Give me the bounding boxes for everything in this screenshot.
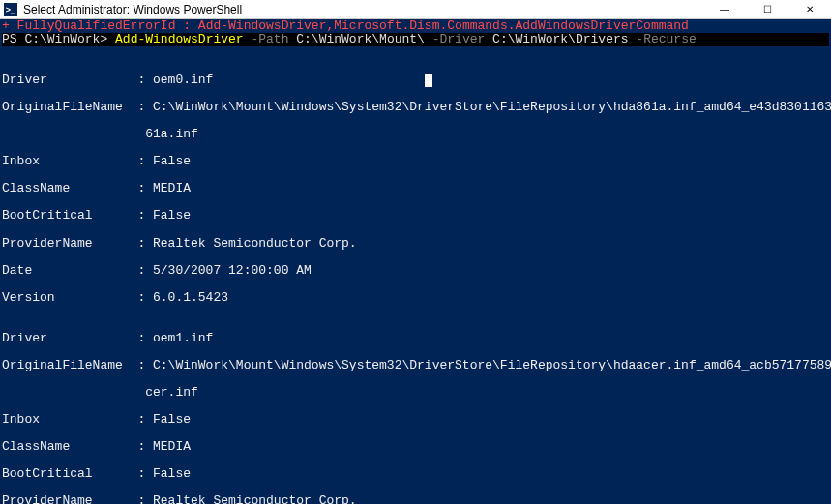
cmdlet-name: Add-WindowsDriver bbox=[115, 32, 244, 46]
field-label: OriginalFileName bbox=[2, 359, 131, 372]
field-separator: : bbox=[131, 100, 153, 114]
driver-record: cer.inf bbox=[2, 386, 829, 400]
field-value: cer.inf bbox=[145, 385, 198, 400]
driver-record: Inbox : False bbox=[2, 155, 829, 168]
field-value: False bbox=[153, 154, 191, 168]
blank-line bbox=[2, 59, 10, 74]
driver-record: Driver : oem0.inf bbox=[2, 74, 829, 87]
blank-line bbox=[2, 45, 10, 60]
field-label: Version bbox=[2, 291, 131, 305]
field-separator: : bbox=[131, 236, 153, 251]
field-label: ProviderName bbox=[2, 237, 131, 251]
field-label: ProviderName bbox=[2, 494, 131, 504]
field-separator: : bbox=[131, 208, 153, 222]
field-label: Driver bbox=[2, 74, 131, 87]
field-value: False bbox=[153, 412, 191, 427]
field-value: 6.0.1.5423 bbox=[153, 290, 228, 305]
field-value: MEDIA bbox=[153, 439, 191, 454]
field-value: C:\WinWork\Mount\Windows\System32\Driver… bbox=[153, 358, 831, 372]
prompt-label: PS C:\WinWork> bbox=[2, 32, 115, 46]
arg-path: C:\WinWork\Mount\ bbox=[296, 32, 425, 46]
field-label: Date bbox=[2, 264, 131, 278]
prompt-line: PS C:\WinWork> Add-WindowsDriver -Path C… bbox=[2, 33, 829, 46]
terminal-output[interactable]: + FullyQualifiedErrorId : Add-WindowsDri… bbox=[0, 19, 831, 504]
error-line: + FullyQualifiedErrorId : Add-WindowsDri… bbox=[2, 19, 689, 33]
field-label: ClassName bbox=[2, 440, 131, 454]
powershell-icon: >_ bbox=[4, 3, 17, 16]
window-controls: — ☐ ✕ bbox=[703, 0, 831, 19]
field-label: Inbox bbox=[2, 155, 131, 168]
field-separator: : bbox=[131, 358, 153, 372]
field-value: False bbox=[153, 466, 191, 481]
driver-record: Version : 6.0.1.5423 bbox=[2, 291, 829, 305]
maximize-button[interactable]: ☐ bbox=[746, 0, 788, 19]
driver-record: OriginalFileName : C:\WinWork\Mount\Wind… bbox=[2, 359, 829, 372]
driver-record: ClassName : MEDIA bbox=[2, 440, 829, 454]
driver-record: BootCritical : False bbox=[2, 209, 829, 222]
field-separator: : bbox=[131, 439, 153, 454]
field-value: False bbox=[153, 208, 191, 222]
field-label: OriginalFileName bbox=[2, 101, 131, 114]
driver-record: Date : 5/30/2007 12:00:00 AM bbox=[2, 264, 829, 278]
field-value: 5/30/2007 12:00:00 AM bbox=[153, 263, 312, 278]
field-separator: : bbox=[131, 181, 153, 195]
field-separator: : bbox=[131, 331, 153, 345]
blank-line bbox=[2, 317, 10, 332]
field-value: C:\WinWork\Mount\Windows\System32\Driver… bbox=[153, 100, 831, 114]
minimize-button[interactable]: — bbox=[703, 0, 746, 19]
close-button[interactable]: ✕ bbox=[788, 0, 831, 19]
driver-record: ProviderName : Realtek Semiconductor Cor… bbox=[2, 494, 829, 504]
field-separator: : bbox=[131, 263, 153, 278]
driver-record: 61a.inf bbox=[2, 128, 829, 141]
field-value: oem0.inf bbox=[153, 73, 213, 87]
field-label: ClassName bbox=[2, 182, 131, 195]
window-titlebar: >_ Select Administrator: Windows PowerSh… bbox=[0, 0, 831, 19]
driver-record: ClassName : MEDIA bbox=[2, 182, 829, 195]
driver-record: Driver : oem1.inf bbox=[2, 332, 829, 345]
text-cursor bbox=[425, 74, 432, 87]
field-separator: : bbox=[131, 466, 153, 481]
field-value: 61a.inf bbox=[145, 127, 198, 141]
field-separator: : bbox=[131, 290, 153, 305]
field-separator: : bbox=[131, 154, 153, 168]
field-label: Inbox bbox=[2, 413, 131, 427]
field-separator: : bbox=[131, 493, 153, 504]
param-path: -Path bbox=[244, 32, 297, 46]
field-label: BootCritical bbox=[2, 209, 131, 222]
field-separator: : bbox=[131, 73, 153, 87]
arg-driver: C:\WinWork\Drivers bbox=[492, 32, 628, 46]
field-value: Realtek Semiconductor Corp. bbox=[153, 493, 357, 504]
field-label: Driver bbox=[2, 332, 131, 345]
driver-record: ProviderName : Realtek Semiconductor Cor… bbox=[2, 237, 829, 251]
driver-record: BootCritical : False bbox=[2, 467, 829, 481]
param-driver: -Driver bbox=[425, 32, 492, 46]
field-value: oem1.inf bbox=[153, 331, 213, 345]
field-value: Realtek Semiconductor Corp. bbox=[153, 236, 357, 251]
driver-record: OriginalFileName : C:\WinWork\Mount\Wind… bbox=[2, 101, 829, 114]
window-title: Select Administrator: Windows PowerShell bbox=[23, 3, 242, 16]
driver-record: Inbox : False bbox=[2, 413, 829, 427]
param-recurse: -Recurse bbox=[629, 32, 697, 46]
field-value: MEDIA bbox=[153, 181, 191, 195]
field-label: BootCritical bbox=[2, 467, 131, 481]
field-separator: : bbox=[131, 412, 153, 427]
